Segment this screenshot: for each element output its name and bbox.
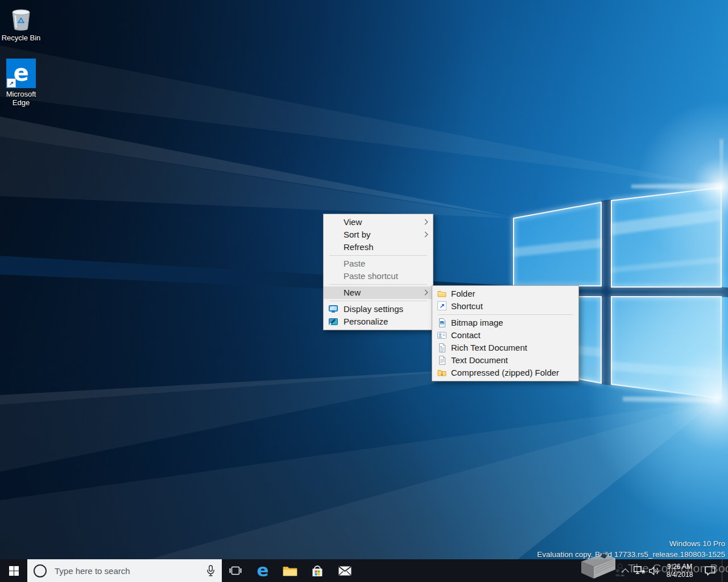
menu-item-label: Compressed (zipped) Folder <box>451 368 559 377</box>
zipped-folder-icon <box>437 368 446 377</box>
personalize-icon <box>329 317 338 326</box>
taskbar-store-button[interactable] <box>304 559 331 582</box>
cortana-icon <box>34 564 47 577</box>
volume-icon <box>649 567 660 575</box>
tray-volume-button[interactable] <box>647 559 661 582</box>
shortcut-icon: ↗ <box>437 301 446 310</box>
network-icon <box>634 566 645 575</box>
chevron-right-icon <box>423 232 428 238</box>
submenu-item-compressed-zipped-folder[interactable]: Compressed (zipped) Folder <box>432 367 578 379</box>
submenu-item-contact[interactable]: Contact <box>432 329 578 342</box>
menu-item-label: Display settings <box>344 304 403 314</box>
menu-item-label: Personalize <box>344 317 388 326</box>
menu-item-view[interactable]: View <box>324 216 433 228</box>
menu-item-new[interactable]: New <box>324 286 433 299</box>
edge-desktop-icon: e ↗ <box>6 59 36 88</box>
menu-separator <box>329 255 427 256</box>
menu-item-label: Contact <box>451 330 481 340</box>
chevron-up-icon <box>622 568 629 576</box>
menu-item-label: Paste shortcut <box>344 271 398 281</box>
submenu-item-folder[interactable]: Folder <box>432 288 578 300</box>
evaluation-watermark: Windows 10 Pro Evaluation copy. Build 17… <box>537 538 725 560</box>
display-settings-icon <box>329 305 338 314</box>
desktop-icon-microsoft-edge[interactable]: e ↗ Microsoft Edge <box>0 59 42 107</box>
action-center-icon <box>705 566 715 576</box>
menu-item-refresh[interactable]: Refresh <box>324 241 433 253</box>
file-explorer-icon <box>283 565 297 577</box>
edge-icon: e <box>257 562 268 579</box>
new-submenu: Folder ↗ Shortcut Bitmap image <box>432 285 579 381</box>
search-input[interactable] <box>53 566 203 576</box>
taskbar-mail-button[interactable] <box>331 559 358 582</box>
text-document-icon <box>437 356 446 365</box>
recycle-bin-icon <box>7 5 35 32</box>
desktop-icon-recycle-bin[interactable]: Recycle Bin <box>0 5 42 42</box>
submenu-item-rich-text-document[interactable]: Rich Text Document <box>432 342 578 354</box>
tray-show-hidden-icons-button[interactable] <box>618 559 632 582</box>
menu-item-label: Text Document <box>451 355 508 365</box>
desktop-context-menu: View Sort by Refresh Paste Paste shortcu… <box>323 214 433 330</box>
menu-separator <box>438 314 573 315</box>
taskbar-edge-button[interactable]: e <box>249 559 276 582</box>
tray-network-button[interactable] <box>632 559 647 582</box>
menu-item-label: Refresh <box>344 242 374 252</box>
action-center-button[interactable] <box>698 559 722 582</box>
menu-item-label: Paste <box>344 259 365 268</box>
microphone-icon <box>206 565 215 577</box>
menu-item-label: New <box>344 288 361 297</box>
system-tray: 9:26 AM 8/4/2018 <box>618 559 728 582</box>
task-view-icon <box>229 566 242 575</box>
menu-item-label: View <box>344 217 362 227</box>
taskbar-file-explorer-button[interactable] <box>276 559 304 582</box>
shortcut-arrow-badge: ↗ <box>7 78 16 88</box>
mail-icon <box>338 566 351 576</box>
menu-item-display-settings[interactable]: Display settings <box>324 303 433 315</box>
menu-separator <box>329 301 427 301</box>
menu-item-paste-shortcut: Paste shortcut <box>324 270 433 282</box>
clock-time: 9:26 AM <box>667 563 692 571</box>
folder-icon <box>437 289 446 298</box>
menu-item-label: Bitmap image <box>451 318 503 327</box>
submenu-item-text-document[interactable]: Text Document <box>432 354 578 367</box>
menu-item-label: Rich Text Document <box>451 343 527 352</box>
submenu-item-shortcut[interactable]: ↗ Shortcut <box>432 300 578 313</box>
taskbar-search[interactable] <box>27 559 222 582</box>
clock-date: 8/4/2018 <box>667 571 693 579</box>
watermark-edition: Windows 10 Pro <box>537 538 725 549</box>
rich-text-document-icon <box>437 343 446 352</box>
tray-clock[interactable]: 9:26 AM 8/4/2018 <box>661 559 698 582</box>
desktop-icon-label: Microsoft Edge <box>0 90 42 107</box>
menu-item-sort-by[interactable]: Sort by <box>324 228 433 241</box>
bitmap-image-icon <box>437 318 446 327</box>
submenu-item-bitmap-image[interactable]: Bitmap image <box>432 317 578 329</box>
menu-item-personalize[interactable]: Personalize <box>324 315 433 328</box>
menu-item-label: Sort by <box>344 230 371 239</box>
menu-item-label: Folder <box>451 289 475 298</box>
menu-item-label: Shortcut <box>451 301 483 311</box>
task-view-button[interactable] <box>222 559 249 582</box>
show-desktop-button[interactable] <box>722 559 728 582</box>
microsoft-store-icon <box>311 565 324 577</box>
menu-separator <box>329 284 427 285</box>
screen: Recycle Bin e ↗ Microsoft Edge Windows 1… <box>0 0 728 582</box>
watermark-build: Evaluation copy. Build 17733.rs5_release… <box>537 549 725 560</box>
chevron-right-icon <box>423 290 428 296</box>
start-button[interactable] <box>0 559 27 582</box>
menu-item-paste: Paste <box>324 257 433 270</box>
desktop-icon-label: Recycle Bin <box>2 34 41 42</box>
windows-logo-icon <box>9 566 19 576</box>
contact-icon <box>437 331 446 340</box>
chevron-right-icon <box>423 219 428 225</box>
